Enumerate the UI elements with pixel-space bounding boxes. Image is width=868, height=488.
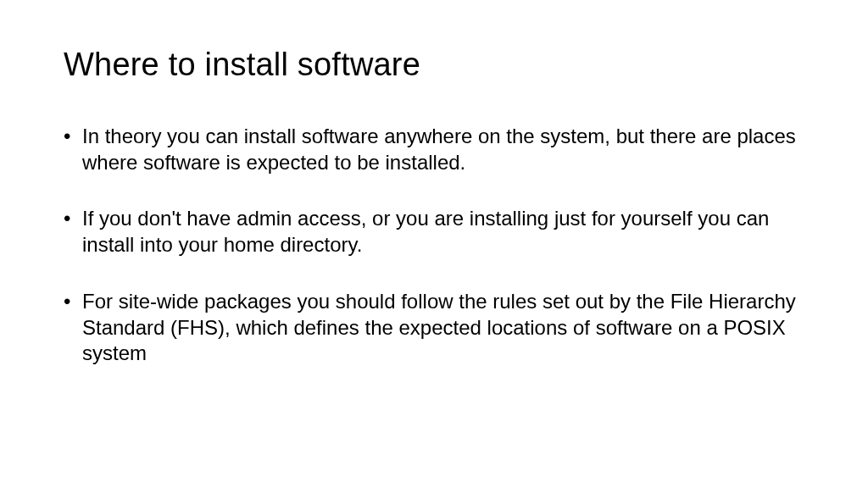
list-item: For site-wide packages you should follow…	[64, 289, 804, 367]
slide-title: Where to install software	[64, 47, 804, 83]
bullet-list: In theory you can install software anywh…	[64, 124, 804, 367]
list-item: In theory you can install software anywh…	[64, 124, 804, 175]
list-item: If you don't have admin access, or you a…	[64, 206, 804, 258]
